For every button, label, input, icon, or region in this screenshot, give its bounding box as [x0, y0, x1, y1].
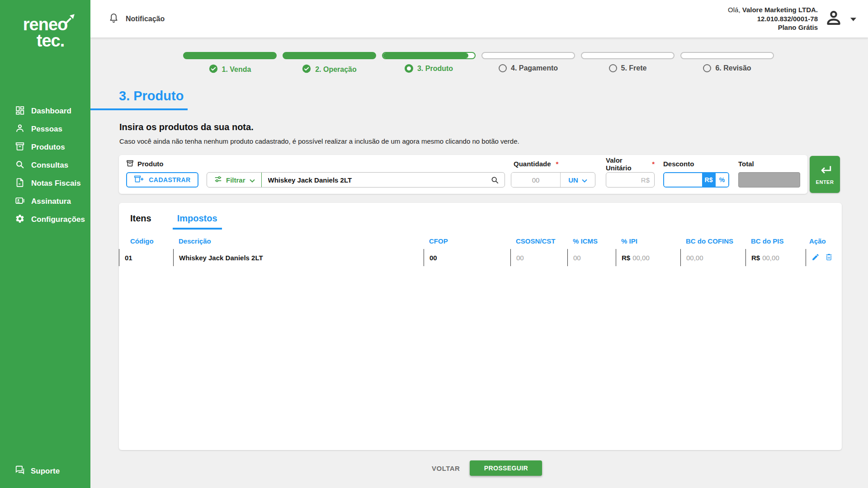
product-field-label: Produto	[137, 160, 164, 168]
chevron-down-icon[interactable]	[850, 15, 856, 23]
title-underline	[90, 108, 188, 110]
sidebar-item-label: Notas Fiscais	[31, 179, 81, 188]
product-search-input[interactable]	[262, 173, 489, 187]
voltar-button[interactable]: VOLTAR	[432, 465, 460, 472]
edit-row-button[interactable]	[811, 253, 820, 263]
sidebar-item-label: Configurações	[31, 215, 85, 224]
sidebar-nav: Dashboard Pessoas Produtos Consultas Not…	[0, 102, 90, 229]
support-label: Suporte	[31, 467, 60, 476]
cell-ipi: R$00,00	[616, 249, 680, 266]
cadastrar-button[interactable]: CADASTRAR	[126, 172, 198, 188]
bell-icon	[108, 13, 119, 25]
quantity-label: Quantidade	[514, 160, 551, 168]
cadastrar-label: CADASTRAR	[149, 176, 190, 183]
page-title: 3. Produto	[119, 89, 868, 103]
filter-search-group: Filtrar	[207, 172, 505, 188]
sidebar-item-label: Produtos	[31, 143, 65, 152]
cell-bc-cofins: 00,00	[680, 249, 745, 266]
step-progress-bar	[481, 52, 575, 59]
sidebar-item-dashboard[interactable]: Dashboard	[0, 102, 90, 120]
step-frete[interactable]: 5. Frete	[581, 52, 675, 75]
product-box-icon	[15, 141, 25, 154]
sidebar-item-suporte[interactable]: Suporte	[15, 465, 60, 477]
step-label: 3. Produto	[417, 65, 453, 73]
sidebar-item-notas-fiscais[interactable]: Notas Fiscais	[0, 174, 90, 192]
pencil-icon	[811, 253, 820, 263]
unit-dropdown[interactable]: UN	[561, 173, 595, 187]
step-venda[interactable]: 1. Venda	[183, 52, 277, 75]
check-circle-icon	[302, 64, 311, 75]
brand-logo: reneo tec.	[23, 16, 67, 49]
delete-row-button[interactable]	[825, 253, 833, 263]
unit-value: UN	[568, 176, 578, 184]
filter-sliders-icon	[214, 175, 222, 184]
unit-price-input[interactable]	[606, 172, 655, 188]
sidebar-item-assinatura[interactable]: Assinatura	[0, 192, 90, 211]
column-header-cfop: CFOP	[424, 237, 510, 249]
radio-empty-icon	[499, 64, 507, 72]
radio-empty-icon	[609, 64, 617, 72]
sidebar-item-configuracoes[interactable]: Configurações	[0, 211, 90, 229]
column-header-acao: Ação	[806, 237, 842, 249]
items-tabs: Itens Impostos	[119, 203, 842, 230]
column-header-bc-pis: BC do PIS	[745, 237, 806, 249]
logo-arrow-icon	[64, 11, 75, 27]
step-revisao[interactable]: 6. Revisão	[680, 52, 774, 75]
discount-input[interactable]	[664, 173, 702, 187]
notification-button[interactable]: Notificação	[108, 13, 165, 25]
plan-label: Plano Grátis	[778, 23, 818, 31]
sidebar-item-label: Consultas	[31, 161, 68, 170]
column-header-descricao: Descrição	[173, 237, 424, 249]
sidebar-item-pessoas[interactable]: Pessoas	[0, 120, 90, 138]
filtrar-label: Filtrar	[226, 176, 245, 184]
currency-prefix: R$	[751, 254, 760, 262]
prosseguir-button[interactable]: PROSSEGUIR	[470, 460, 542, 476]
account-icon[interactable]	[824, 9, 843, 29]
add-product-icon	[134, 175, 145, 184]
sidebar-item-produtos[interactable]: Produtos	[0, 138, 90, 156]
search-submit-button[interactable]	[489, 176, 505, 184]
column-header-codigo: Código	[119, 237, 173, 249]
main-content: 1. Venda 2. Operação 3. Produto 4. P	[90, 38, 868, 488]
step-progress-bar	[581, 52, 675, 59]
radio-empty-icon	[703, 64, 711, 72]
chat-support-icon	[15, 465, 25, 477]
step-operacao[interactable]: 2. Operação	[283, 52, 376, 75]
chevron-down-icon	[250, 176, 255, 184]
sidebar-item-label: Pessoas	[31, 125, 62, 134]
sidebar-item-consultas[interactable]: Consultas	[0, 156, 90, 174]
section-heading: Insira os produtos da sua nota.	[119, 122, 868, 132]
subscription-card-icon	[15, 196, 25, 208]
chevron-down-icon	[582, 176, 587, 184]
step-label: 6. Revisão	[715, 64, 751, 72]
step-progress-bar	[283, 52, 376, 59]
discount-percent-toggle[interactable]: %	[715, 173, 728, 187]
trash-icon	[825, 253, 833, 263]
enter-submit-button[interactable]: ENTER	[810, 156, 840, 193]
step-label: 2. Operação	[315, 66, 357, 74]
tab-impostos[interactable]: Impostos	[173, 213, 222, 230]
step-produto[interactable]: 3. Produto	[382, 52, 476, 75]
brand-logo-line2: tec.	[37, 33, 67, 49]
quantity-input[interactable]	[511, 173, 560, 187]
discount-currency-toggle[interactable]: R$	[702, 173, 715, 187]
sidebar: reneo tec. Dashboard Pessoas Produtos	[0, 0, 90, 488]
column-header-ipi: % IPI	[616, 237, 680, 249]
document-icon	[15, 178, 25, 190]
search-icon	[15, 160, 25, 172]
greeting-prefix: Olá,	[728, 6, 741, 14]
cell-icms: 00	[567, 249, 616, 266]
filtrar-dropdown[interactable]: Filtrar	[207, 173, 261, 187]
currency-prefix: R$	[622, 254, 630, 262]
product-form-row: Produto CADASTRAR Filt	[119, 155, 868, 194]
brand-logo-line1: reneo	[23, 16, 67, 33]
required-marker: *	[556, 160, 559, 168]
cell-codigo: 01	[119, 249, 173, 266]
gear-icon	[15, 214, 25, 226]
enter-label: ENTER	[816, 179, 834, 185]
step-progress-bar	[680, 52, 774, 59]
tab-itens[interactable]: Itens	[130, 213, 151, 230]
step-label: 1. Venda	[222, 66, 251, 74]
step-progress-bar	[382, 52, 476, 59]
step-pagamento[interactable]: 4. Pagamento	[481, 52, 575, 75]
